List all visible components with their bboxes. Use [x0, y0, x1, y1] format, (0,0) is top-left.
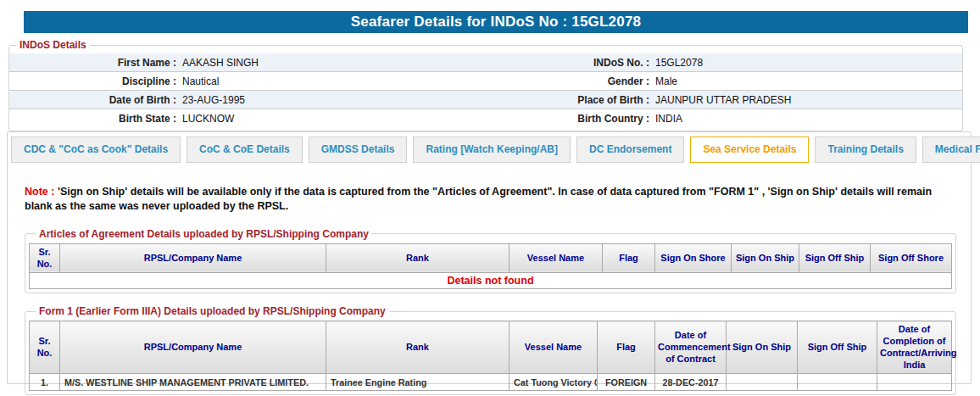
column-header: Flag [598, 321, 655, 374]
tab-rating-watch-keeping-ab[interactable]: Rating [Watch Keeping/AB] [413, 137, 571, 163]
indos-detail-row: Date of Birth :23-AUG-1995Place of Birth… [9, 91, 962, 109]
field-label: Birth State : [9, 113, 176, 125]
form1-section: Form 1 (Earlier Form IIIA) Details uploa… [25, 305, 956, 395]
articles-of-agreement-section: Articles of Agreement Details uploaded b… [25, 228, 956, 294]
table-cell [877, 374, 952, 391]
field-value: AAKASH SINGH [176, 57, 549, 69]
column-header: Rank [326, 243, 509, 273]
column-header: Sign Off Ship [799, 243, 871, 273]
field-value: Nautical [176, 75, 549, 87]
column-header: Sign On Ship [727, 321, 798, 374]
column-header: Sign Off Shore [871, 243, 952, 273]
tab-medical-fitness-certificate[interactable]: Medical Fitness Certificate [922, 137, 980, 163]
table-cell: Cat Tuong Victory 09 [509, 374, 598, 391]
column-header: Sr. No. [30, 243, 60, 273]
table-cell [727, 374, 798, 391]
table-cell: 1. [30, 374, 60, 391]
field-label: Date of Birth : [9, 94, 176, 106]
page-title: Seafarer Details for INDoS No : 15GL2078 [24, 11, 968, 33]
column-header: Sr. No. [30, 321, 60, 374]
table-cell [798, 374, 877, 391]
field-label: Place of Birth : [549, 94, 649, 106]
column-header: Date of Completion of Contract/Arriving … [877, 321, 952, 374]
field-value: Male [649, 75, 962, 87]
column-header: Sign On Shore [655, 243, 732, 273]
table-row: 1.M/S. WESTLINE SHIP MANAGEMENT PRIVATE … [30, 374, 952, 391]
note-label: Note : [25, 186, 54, 198]
tab-training-details[interactable]: Training Details [815, 137, 916, 163]
articles-of-agreement-table: Sr. No.RPSL/Company NameRankVessel NameF… [29, 243, 952, 290]
table-cell: Trainee Engine Rating [326, 374, 509, 391]
field-value: JAUNPUR UTTAR PRADESH [649, 94, 962, 106]
form1-table: Sr. No.RPSL/Company NameRankVessel NameF… [29, 321, 952, 391]
table-cell: M/S. WESTLINE SHIP MANAGEMENT PRIVATE LI… [60, 374, 326, 391]
column-header: Date of Commencement of Contract [655, 321, 727, 374]
indos-details-section: INDoS Details First Name :AAKASH SINGHIN… [8, 39, 963, 131]
indos-detail-row: Discipline :NauticalGender :Male [9, 72, 962, 91]
column-header: Flag [603, 243, 655, 273]
column-header: Sign Off Ship [798, 321, 877, 374]
field-label: Gender : [549, 75, 649, 87]
tab-coc-coe-details[interactable]: CoC & CoE Details [187, 137, 303, 163]
field-value: LUCKNOW [176, 113, 549, 125]
details-not-found-message: Details not found [30, 273, 952, 289]
note-body: 'Sign on Ship' details will be available… [25, 186, 932, 212]
field-value: INDIA [649, 113, 962, 125]
note-text: Note : 'Sign on Ship' details will be av… [25, 185, 952, 214]
column-header: Vessel Name [509, 321, 598, 374]
field-value: 23-AUG-1995 [176, 94, 549, 106]
tab-dc-endorsement[interactable]: DC Endorsement [576, 137, 684, 163]
tab-bar: CDC & "CoC as Cook" DetailsCoC & CoE Det… [8, 132, 971, 163]
articles-of-agreement-legend: Articles of Agreement Details uploaded b… [36, 228, 372, 240]
indos-detail-row: Birth State :LUCKNOWBirth Country :INDIA [9, 109, 962, 128]
column-header: Vessel Name [509, 243, 603, 273]
tab-sea-service-details[interactable]: Sea Service Details [690, 137, 809, 163]
field-label: Birth Country : [549, 113, 649, 125]
field-value: 15GL2078 [649, 57, 962, 69]
column-header: Sign On Ship [732, 243, 799, 273]
indos-details-rows: First Name :AAKASH SINGHINDoS No. :15GL2… [9, 53, 962, 128]
indos-detail-row: First Name :AAKASH SINGHINDoS No. :15GL2… [9, 53, 962, 72]
tab-cdc-coc-as-cook-details[interactable]: CDC & "CoC as Cook" Details [11, 137, 181, 163]
table-empty-row: Details not found [30, 273, 952, 289]
table-header-row: Sr. No.RPSL/Company NameRankVessel NameF… [30, 321, 952, 374]
table-cell: FOREIGN [598, 374, 655, 391]
column-header: RPSL/Company Name [60, 243, 326, 273]
table-cell: 28-DEC-2017 [655, 374, 727, 391]
main-panel: CDC & "CoC as Cook" DetailsCoC & CoE Det… [7, 131, 972, 384]
field-label: First Name : [9, 57, 176, 69]
field-label: Discipline : [9, 75, 176, 87]
field-label: INDoS No. : [549, 57, 649, 69]
column-header: Rank [326, 321, 509, 374]
indos-details-legend: INDoS Details [16, 39, 90, 51]
column-header: RPSL/Company Name [60, 321, 326, 374]
form1-legend: Form 1 (Earlier Form IIIA) Details uploa… [36, 305, 389, 317]
tab-gmdss-details[interactable]: GMDSS Details [309, 137, 408, 163]
table-header-row: Sr. No.RPSL/Company NameRankVessel NameF… [30, 243, 952, 273]
